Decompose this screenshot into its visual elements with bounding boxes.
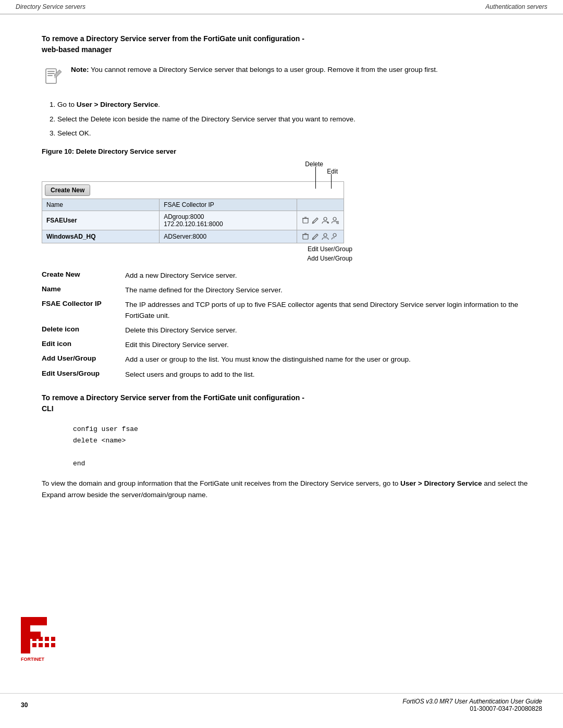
section1-heading: To remove a Directory Service server fro…	[42, 33, 532, 55]
svg-rect-36	[51, 643, 55, 647]
svg-rect-30	[39, 637, 43, 641]
add-user-group-icon[interactable]	[321, 232, 329, 241]
add-user-group-label: Add User/Group	[307, 255, 352, 262]
svg-rect-29	[32, 637, 36, 641]
svg-text:FORTINET: FORTINET	[21, 657, 44, 662]
fortinet-logo: FORTINET	[21, 617, 57, 665]
svg-rect-1	[47, 71, 55, 72]
svg-rect-6	[303, 218, 308, 223]
term-edit-users-group: Edit Users/Group	[42, 369, 125, 377]
desc-fsae-ip: The IP addresses and TCP ports of up to …	[125, 300, 532, 321]
delete-line	[315, 167, 316, 189]
term-name: Name	[42, 285, 125, 293]
figure-area: Delete Edit Create New Name FSAE Collect…	[42, 161, 532, 266]
desc-create-new: Add a new Directory Service server.	[125, 270, 532, 281]
figure-caption: Figure 10: Delete Directory Service serv…	[42, 147, 532, 155]
row2-ip: ADServer:8000	[160, 230, 297, 243]
header-right: Authentication servers	[485, 3, 547, 10]
note-box: Note: You cannot remove a Directory Serv…	[42, 65, 532, 88]
svg-point-24	[324, 233, 327, 237]
footer-doc: 01-30007-0347-20080828	[402, 705, 542, 712]
col-name: Name	[42, 199, 160, 211]
svg-point-15	[333, 217, 336, 220]
table-row: WindowsAD_HQ ADServer:8000	[42, 230, 344, 243]
add-user-group-icon[interactable]	[321, 216, 329, 225]
edit-user-group-icon[interactable]	[331, 216, 339, 225]
edit-user-group-label: Edit User/Group	[308, 245, 352, 253]
svg-rect-27	[21, 617, 47, 625]
note-body: You cannot remove a Directory Service se…	[91, 66, 438, 73]
cli-line1: config user fsae	[73, 424, 532, 435]
step-3: Select OK.	[57, 128, 532, 139]
svg-line-17	[337, 222, 338, 223]
svg-rect-2	[47, 73, 55, 74]
term-fsae-ip: FSAE Collector IP	[42, 300, 125, 307]
header-left: Directory Service servers	[16, 3, 85, 10]
main-content: To remove a Directory Service server fro…	[0, 18, 563, 540]
svg-rect-31	[45, 637, 49, 641]
step1-bold: User > Directory Service	[77, 101, 158, 108]
footer-right: FortiOS v3.0 MR7 User Authentication Use…	[402, 698, 542, 712]
term-delete-icon: Delete icon	[42, 325, 125, 333]
page-header: Directory Service servers Authentication…	[0, 0, 563, 14]
table-header-row: Name FSAE Collector IP	[42, 199, 344, 211]
desc-edit-icon: Edit this Directory Service server.	[125, 340, 532, 350]
svg-point-25	[333, 233, 336, 237]
def-add-user-group: Add User/Group Add a user or group to th…	[42, 354, 532, 365]
delete-icon[interactable]	[301, 216, 310, 225]
row2-actions	[297, 230, 344, 243]
desc-add-user-group: Add a user or group to the list. You mus…	[125, 354, 532, 365]
edit-user-group-icon[interactable]	[331, 232, 339, 241]
directory-service-table: Name FSAE Collector IP FSAEUser ADgroup:…	[42, 199, 344, 243]
body-para: To view the domain and group information…	[42, 478, 532, 500]
col-ip: FSAE Collector IP	[160, 199, 297, 211]
steps-list: Go to User > Directory Service. Select t…	[57, 99, 532, 139]
edit-icon[interactable]	[311, 232, 320, 241]
footer-page-number: 30	[21, 701, 28, 709]
term-add-user-group: Add User/Group	[42, 354, 125, 362]
step-1: Go to User > Directory Service.	[57, 99, 532, 110]
table-row: FSAEUser ADgroup:8000172.20.120.161:8000	[42, 211, 344, 230]
desc-name: The name defined for the Directory Servi…	[125, 285, 532, 295]
step-2: Select the Delete icon beside the name o…	[57, 114, 532, 125]
def-delete-icon: Delete icon Delete this Directory Servic…	[42, 325, 532, 336]
svg-marker-9	[313, 218, 318, 223]
edit-icon[interactable]	[311, 216, 320, 225]
nav-bold: User > Directory Service	[400, 479, 482, 487]
svg-rect-35	[45, 643, 49, 647]
delete-icon[interactable]	[301, 232, 310, 241]
svg-rect-28	[21, 632, 41, 639]
right-annotations: Edit User/Group Add User/Group	[42, 243, 354, 266]
svg-rect-34	[39, 643, 43, 647]
svg-rect-33	[32, 643, 36, 647]
def-create-new: Create New Add a new Directory Service s…	[42, 270, 532, 281]
cli-line4: end	[73, 458, 532, 470]
definition-list: Create New Add a new Directory Service s…	[42, 270, 532, 380]
svg-rect-32	[51, 637, 55, 641]
def-name: Name The name defined for the Directory …	[42, 285, 532, 295]
cli-line2: delete <name>	[73, 435, 532, 447]
def-edit-icon: Edit icon Edit this Directory Service se…	[42, 340, 532, 350]
col-actions	[297, 199, 344, 211]
label-delete: Delete	[305, 161, 323, 168]
desc-delete-icon: Delete this Directory Service server.	[125, 325, 532, 336]
cli-block: config user fsae delete <name> end	[73, 424, 532, 470]
row1-ip: ADgroup:8000172.20.120.161:8000	[160, 211, 297, 230]
row1-actions	[297, 211, 344, 230]
ui-table-container: Create New Name FSAE Collector IP FSAEUs…	[42, 181, 344, 243]
svg-rect-18	[303, 235, 308, 239]
footer-title: FortiOS v3.0 MR7 User Authentication Use…	[402, 698, 542, 705]
def-edit-users-group: Edit Users/Group Select users and groups…	[42, 369, 532, 380]
note-label: Note:	[71, 66, 89, 73]
cli-line3	[73, 447, 532, 458]
row2-name: WindowsAD_HQ	[42, 230, 160, 243]
create-new-button[interactable]: Create New	[45, 184, 90, 196]
label-edit: Edit	[327, 168, 338, 175]
note-text: Note: You cannot remove a Directory Serv…	[71, 65, 438, 76]
note-icon	[42, 66, 64, 88]
svg-marker-21	[313, 234, 318, 239]
page-footer: 30 FortiOS v3.0 MR7 User Authentication …	[0, 693, 563, 712]
svg-point-12	[324, 217, 327, 220]
edit-line	[331, 174, 332, 189]
svg-rect-3	[47, 75, 53, 76]
